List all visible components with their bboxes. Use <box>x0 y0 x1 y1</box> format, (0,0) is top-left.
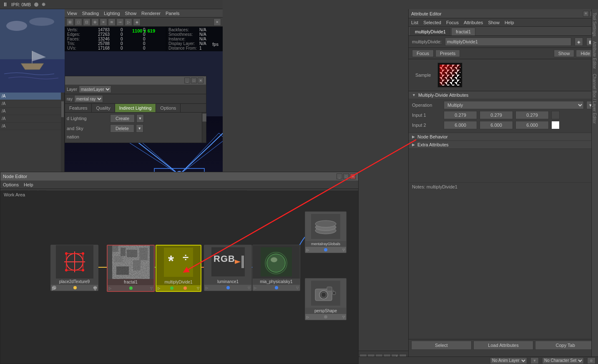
status-char-set-btn[interactable]: ⊕ <box>587 357 595 364</box>
vp-tool-9[interactable]: ◈ <box>133 18 141 26</box>
vp-tool-6[interactable]: ≋ <box>108 18 116 26</box>
ipr-icon[interactable]: ⊕ <box>42 2 45 7</box>
port-lum-out[interactable] <box>226 286 230 289</box>
lighting-menu[interactable]: Lighting <box>104 11 120 16</box>
vp-tool-1[interactable]: ⊞ <box>66 18 74 26</box>
ne-minimize-btn[interactable]: _ <box>337 173 342 179</box>
ae-menu-show[interactable]: Show <box>488 20 500 25</box>
ae-copy-tab-btn[interactable]: Copy Tab <box>535 341 595 350</box>
ae-focus-btn[interactable]: Focus <box>412 50 434 57</box>
port-sky-tri[interactable]: ▷ <box>254 286 256 290</box>
port-lum-down[interactable]: ▽ <box>248 286 250 290</box>
port-mrg-out[interactable] <box>324 248 327 251</box>
lp-item-b[interactable]: /A <box>0 100 64 108</box>
ne-restore-btn[interactable]: □ <box>343 173 349 179</box>
node-fractal1[interactable]: fractal1 ▷ ▽ <box>107 245 155 292</box>
port-frac-out[interactable] <box>129 286 133 290</box>
ae-menu-attributes[interactable]: Attributes <box>464 20 483 25</box>
port-frac-down[interactable]: ▽ <box>150 286 153 290</box>
port-persp-tri[interactable]: ▷ <box>307 315 309 319</box>
ae-in1-v1[interactable] <box>444 111 477 119</box>
port-frac-tri[interactable]: ▷ <box>109 286 111 290</box>
node-mentalray-globals[interactable]: mentalrayGlobals ▷ ▽ <box>305 211 347 253</box>
port-sky-down[interactable]: ▽ <box>296 286 299 290</box>
ae-menu-list[interactable]: List <box>411 20 418 25</box>
rs-titlebar[interactable]: _ □ ✕ <box>65 76 206 85</box>
ne-close-btn[interactable]: ✕ <box>350 173 356 179</box>
port-md-tri[interactable]: ▷ <box>158 286 160 290</box>
status-anim-layer-btn[interactable]: ▼ <box>530 357 539 364</box>
node-place2dtexture9[interactable]: place2dTexture9 ▷ ▽ <box>50 245 98 291</box>
ae-in2-v2[interactable] <box>480 121 513 129</box>
vp-tool-5[interactable]: ≡ <box>100 18 107 26</box>
ae-presets-btn[interactable]: Presets <box>435 50 460 57</box>
rs-sky-extra[interactable]: ▼ <box>136 124 143 133</box>
port-persp-out[interactable] <box>324 315 327 319</box>
panels-menu[interactable]: Panels <box>166 11 180 16</box>
ne-titlebar[interactable]: Node Editor _ □ ✕ <box>0 172 358 181</box>
status-char-set[interactable]: No Character Set <box>542 357 584 364</box>
lp-item-e[interactable]: /A <box>0 123 64 130</box>
node-luminance1[interactable]: R G B luminance1 ▷ ▽ <box>204 245 252 291</box>
ae-menu-selected[interactable]: Selected <box>423 20 441 25</box>
rs-lighting-extra[interactable]: ▼ <box>136 114 144 123</box>
ae-menu-focus[interactable]: Focus <box>446 20 459 25</box>
vp-tool-3[interactable]: ⊡ <box>83 18 90 26</box>
rs-close-btn[interactable]: ✕ <box>198 78 204 83</box>
ae-load-attr-btn[interactable]: Load Attributes <box>473 341 534 350</box>
ae-in1-v2[interactable] <box>480 111 513 119</box>
ae-select-btn[interactable]: Select <box>411 341 472 350</box>
port-sky-out[interactable] <box>275 286 278 289</box>
ae-tab-multiplydivide1[interactable]: multiplyDivide1 <box>410 28 450 35</box>
lp-item-c[interactable]: /A <box>0 108 64 115</box>
lp-item-a[interactable]: /A <box>0 93 64 100</box>
port-md-down[interactable]: ▽ <box>197 286 199 290</box>
rs-minimize-btn[interactable]: _ <box>184 78 190 83</box>
rs-create-btn[interactable]: Create <box>110 114 135 123</box>
rs-scrollbar[interactable] <box>202 113 206 143</box>
ae-tab-fractal1[interactable]: fractal1 <box>451 28 475 35</box>
port-out-yellow[interactable] <box>73 286 77 289</box>
lp-item-d[interactable]: /A <box>0 115 64 123</box>
ae-menu-help[interactable]: Help <box>505 20 514 25</box>
ae-in1-swatch[interactable] <box>551 111 560 119</box>
port-downarrow[interactable]: ▽ <box>93 286 97 289</box>
ne-menu-options[interactable]: Options <box>3 182 19 187</box>
port-mrg-tri[interactable]: ▷ <box>307 248 309 252</box>
rs-maximize-btn[interactable]: □ <box>191 78 197 83</box>
ae-sidebar-attr-editor[interactable]: Attribute Editor <box>593 40 598 70</box>
ae-sidebar-channel-box[interactable]: Channel Box / Layer Editor <box>593 72 598 126</box>
ae-node-icon1[interactable]: ◈ <box>575 38 583 46</box>
rs-delete-btn[interactable]: Delete <box>110 124 134 133</box>
port-md-out[interactable] <box>170 286 173 290</box>
vp-tool-end[interactable]: ✕ <box>214 18 221 26</box>
vp-tool-8[interactable]: ▷ <box>125 18 132 26</box>
ae-sidebar-tool-editor[interactable]: Tool Settings <box>593 11 598 38</box>
renderer-menu[interactable]: Renderer <box>141 11 161 16</box>
ae-section-node-behavior[interactable]: ▶ Node Behavior <box>409 133 598 141</box>
ipr-pause-btn[interactable]: ⏸ <box>3 1 8 8</box>
node-persp-shape[interactable]: perspShape ▷ ▽ <box>305 278 347 320</box>
port-mrg-down[interactable]: ▽ <box>342 248 345 252</box>
view-menu[interactable]: View <box>67 11 77 16</box>
ae-op-select[interactable]: Multiply Divide Power <box>444 101 584 109</box>
rs-layer-select[interactable]: masterLayer <box>79 85 111 93</box>
rs-tab-features[interactable]: Features <box>65 104 92 112</box>
ae-section-extra-attr[interactable]: ▶ Extra Attributes <box>409 141 598 149</box>
ae-in2-swatch[interactable] <box>551 121 560 129</box>
port-persp-down[interactable]: ▽ <box>342 315 345 319</box>
port-md-orange[interactable] <box>183 286 187 290</box>
rs-tab-quality[interactable]: Quality <box>92 104 115 112</box>
vp-tool-4[interactable]: ⊕ <box>91 18 99 26</box>
show-menu[interactable]: Show <box>125 11 137 16</box>
rs-ray-select[interactable]: mental ray <box>74 95 103 103</box>
node-multiplydivide1[interactable]: * ÷ multiplyDivide1 ▷ ▽ <box>156 245 201 292</box>
ae-in1-v3[interactable] <box>515 111 549 119</box>
port-lum-tri[interactable]: ▷ <box>206 286 208 290</box>
shading-menu[interactable]: Shading <box>82 11 99 16</box>
ae-win-icon1[interactable]: ≡ <box>583 11 589 17</box>
vp-tool-7[interactable]: ⊸ <box>116 18 124 26</box>
ae-in2-v1[interactable] <box>444 121 477 129</box>
ae-show-btn[interactable]: Show <box>554 50 575 57</box>
ae-section-multiply[interactable]: ▼ Multiply-Divide Attributes <box>409 91 598 99</box>
